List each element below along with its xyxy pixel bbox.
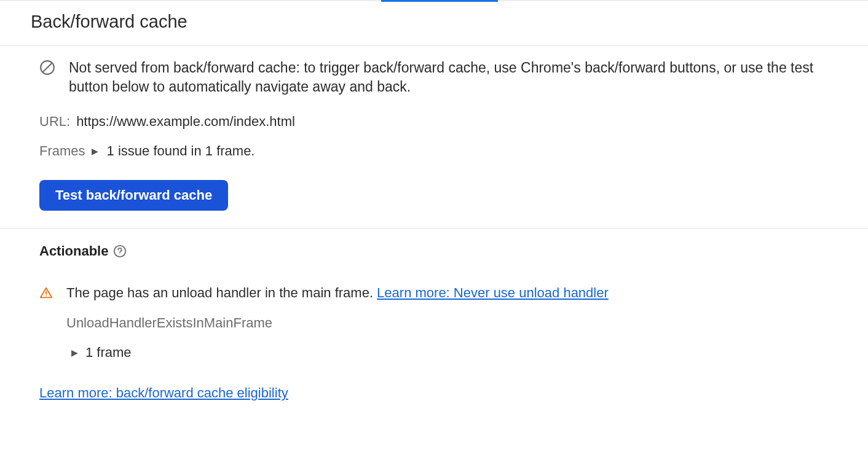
frame-count: 1 frame (85, 345, 132, 361)
status-row: Not served from back/forward cache: to t… (39, 58, 837, 96)
frame-count-row[interactable]: ▶ 1 frame (71, 345, 837, 361)
url-value: https://www.example.com/index.html (76, 114, 295, 130)
section-header: Back/forward cache (0, 1, 868, 46)
eligibility-learn-more-link[interactable]: Learn more: back/forward cache eligibili… (39, 385, 288, 400)
active-tab-indicator (381, 0, 498, 2)
page-title: Back/forward cache (31, 12, 837, 32)
expand-icon[interactable]: ▶ (71, 348, 78, 357)
svg-point-5 (45, 295, 47, 297)
url-label: URL: (39, 114, 70, 130)
issue-code: UnloadHandlerExistsInMainFrame (66, 315, 837, 331)
frames-row[interactable]: Frames ▶ 1 issue found in 1 frame. (39, 143, 837, 159)
warning-icon (39, 286, 53, 303)
help-icon[interactable] (113, 244, 127, 258)
actionable-title: Actionable (39, 243, 108, 259)
expand-icon[interactable]: ▶ (92, 146, 98, 156)
not-available-icon (39, 60, 55, 79)
frames-label: Frames (39, 143, 85, 159)
issue-learn-more-link[interactable]: Learn more: Never use unload handler (377, 285, 609, 300)
svg-point-3 (120, 254, 120, 254)
url-row: URL: https://www.example.com/index.html (39, 114, 837, 130)
footer-learn-more: Learn more: back/forward cache eligibili… (39, 385, 837, 401)
cache-status-section: Not served from back/forward cache: to t… (0, 46, 868, 228)
actionable-header: Actionable (39, 243, 837, 259)
issue-text: The page has an unload handler in the ma… (66, 285, 609, 301)
test-bfcache-button[interactable]: Test back/forward cache (39, 180, 228, 211)
status-message: Not served from back/forward cache: to t… (69, 58, 837, 96)
actionable-section: Actionable The page has an unload handle… (0, 228, 868, 420)
issue-description: The page has an unload handler in the ma… (66, 285, 377, 300)
issue-row: The page has an unload handler in the ma… (39, 285, 837, 303)
panel-top-border (0, 0, 868, 1)
svg-line-1 (42, 63, 52, 72)
frames-summary: 1 issue found in 1 frame. (107, 143, 255, 159)
